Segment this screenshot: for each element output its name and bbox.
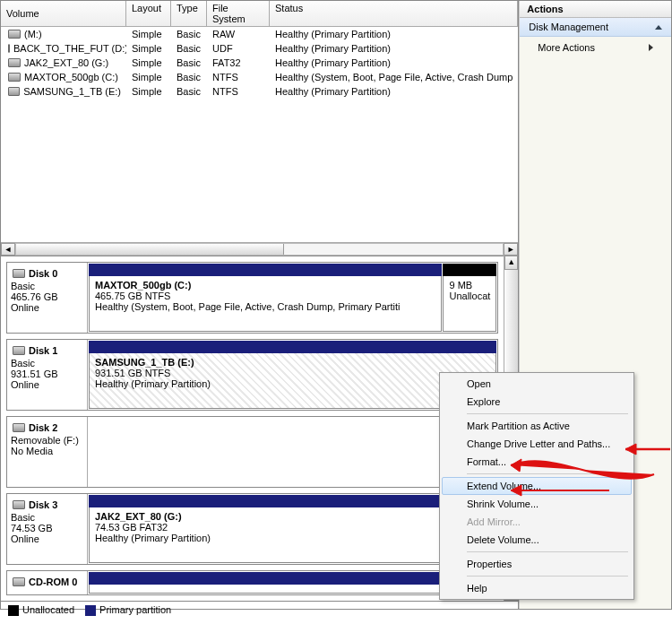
context-menu-item[interactable]: Change Drive Letter and Paths...: [442, 435, 632, 453]
col-volume[interactable]: Volume: [1, 1, 126, 26]
actions-section-label: Disk Management: [529, 22, 608, 32]
context-menu-separator: [467, 551, 628, 552]
disk-info: CD-ROM 0: [7, 571, 88, 594]
drive-icon: [8, 87, 20, 96]
context-menu-item[interactable]: Explore: [442, 393, 632, 411]
disk-row[interactable]: Disk 1 Basic931.51 GBOnlineSAMSUNG_1_TB …: [6, 339, 498, 411]
disk-row[interactable]: CD-ROM 0: [6, 570, 498, 595]
context-menu-separator: [467, 473, 628, 474]
actions-section-disk-management[interactable]: Disk Management: [520, 18, 671, 37]
context-menu-item: Add Mirror...: [442, 513, 632, 531]
disk-icon: [13, 346, 25, 355]
chevron-right-icon: [649, 44, 653, 51]
context-menu-separator: [467, 576, 628, 577]
partition-bar: [89, 572, 496, 585]
drive-icon: [8, 44, 10, 53]
context-menu-item[interactable]: Open: [442, 375, 632, 393]
volume-row[interactable]: SAMSUNG_1_TB (E:) SimpleBasic NTFSHealth…: [1, 84, 518, 99]
volume-row[interactable]: BACK_TO_THE_FUT (D:) SimpleBasic UDFHeal…: [1, 41, 518, 56]
disk-info: Disk 2 Removable (F:)No Media: [7, 417, 88, 487]
partition-body: JAK2_EXT_80 (G:)74.53 GB FAT32Healthy (P…: [89, 507, 496, 563]
volume-row[interactable]: (M:) SimpleBasic RAWHealthy (Primary Par…: [1, 27, 518, 41]
legend-unallocated: Unallocated: [8, 604, 74, 616]
volume-row[interactable]: JAK2_EXT_80 (G:) SimpleBasic FAT32Health…: [1, 56, 518, 70]
context-menu-item[interactable]: Delete Volume...: [442, 531, 632, 549]
disk-partitions: [88, 417, 497, 487]
collapse-up-icon: [655, 25, 662, 30]
partition[interactable]: MAXTOR_500gb (C:)465.75 GB NTFSHealthy (…: [89, 264, 442, 332]
context-menu-item[interactable]: Properties: [442, 555, 632, 573]
volume-list[interactable]: (M:) SimpleBasic RAWHealthy (Primary Par…: [1, 27, 518, 242]
col-filesystem[interactable]: File System: [207, 1, 270, 26]
partition-body: SAMSUNG_1_TB (E:)931.51 GB NTFSHealthy (…: [89, 353, 496, 409]
context-menu-item[interactable]: Extend Volume...: [442, 477, 632, 495]
partition-bar: [89, 264, 442, 276]
disk-info: Disk 0 Basic465.76 GBOnline: [7, 263, 88, 333]
col-status[interactable]: Status: [270, 1, 518, 26]
col-layout[interactable]: Layout: [126, 1, 171, 26]
partition-bar: [89, 495, 496, 507]
actions-more[interactable]: More Actions: [520, 37, 671, 58]
partition[interactable]: [89, 572, 496, 594]
partition[interactable]: 9 MBUnallocat: [443, 264, 496, 332]
disk-partitions: MAXTOR_500gb (C:)465.75 GB NTFSHealthy (…: [88, 263, 497, 333]
scroll-right-button[interactable]: ►: [504, 243, 518, 256]
partition-bar: [89, 341, 496, 353]
disk-partitions: SAMSUNG_1_TB (E:)931.51 GB NTFSHealthy (…: [88, 340, 497, 410]
partition-bar: [443, 264, 496, 276]
scroll-track[interactable]: [15, 243, 504, 256]
partition-body: 9 MBUnallocat: [443, 276, 496, 332]
drive-icon: [8, 30, 21, 39]
disk-graphical-view[interactable]: Disk 0 Basic465.76 GBOnlineMAXTOR_500gb …: [1, 256, 504, 601]
col-type[interactable]: Type: [171, 1, 207, 26]
disk-icon: [13, 500, 25, 509]
context-menu-item[interactable]: Mark Partition as Active: [442, 417, 632, 435]
disk-info: Disk 3 Basic74.53 GBOnline: [7, 494, 88, 564]
scroll-left-button[interactable]: ◄: [1, 243, 15, 256]
disk-icon: [13, 423, 25, 432]
context-menu-item[interactable]: Help: [442, 579, 632, 597]
disk-icon: [13, 269, 25, 278]
volume-row[interactable]: MAXTOR_500gb (C:) SimpleBasic NTFSHealth…: [1, 70, 518, 84]
actions-header: Actions: [520, 1, 671, 18]
partition[interactable]: SAMSUNG_1_TB (E:)931.51 GB NTFSHealthy (…: [89, 341, 496, 409]
context-menu-item[interactable]: Shrink Volume...: [442, 495, 632, 513]
disk-icon: [13, 577, 25, 586]
scroll-up-button[interactable]: ▲: [504, 256, 518, 270]
context-menu-separator: [467, 413, 628, 414]
legend: Unallocated Primary partition: [1, 601, 518, 619]
drive-icon: [8, 73, 21, 82]
horizontal-scrollbar[interactable]: ◄ ►: [1, 242, 518, 256]
volume-list-header: Volume Layout Type File System Status: [1, 1, 518, 27]
context-menu[interactable]: OpenExploreMark Partition as ActiveChang…: [439, 372, 634, 600]
partition[interactable]: JAK2_EXT_80 (G:)74.53 GB FAT32Healthy (P…: [89, 495, 496, 563]
context-menu-item[interactable]: Format...: [442, 453, 632, 471]
disk-partitions: [88, 571, 497, 594]
legend-primary: Primary partition: [85, 604, 171, 616]
disk-row[interactable]: Disk 3 Basic74.53 GBOnlineJAK2_EXT_80 (G…: [6, 493, 498, 565]
partition-body: MAXTOR_500gb (C:)465.75 GB NTFSHealthy (…: [89, 276, 442, 332]
disk-info: Disk 1 Basic931.51 GBOnline: [7, 340, 88, 410]
partition-body: [89, 585, 496, 594]
scroll-thumb[interactable]: [16, 244, 284, 255]
disk-partitions: JAK2_EXT_80 (G:)74.53 GB FAT32Healthy (P…: [88, 494, 497, 564]
actions-more-label: More Actions: [538, 42, 595, 53]
disk-row[interactable]: Disk 2 Removable (F:)No Media: [6, 416, 498, 488]
disk-row[interactable]: Disk 0 Basic465.76 GBOnlineMAXTOR_500gb …: [6, 262, 498, 334]
drive-icon: [8, 58, 21, 67]
